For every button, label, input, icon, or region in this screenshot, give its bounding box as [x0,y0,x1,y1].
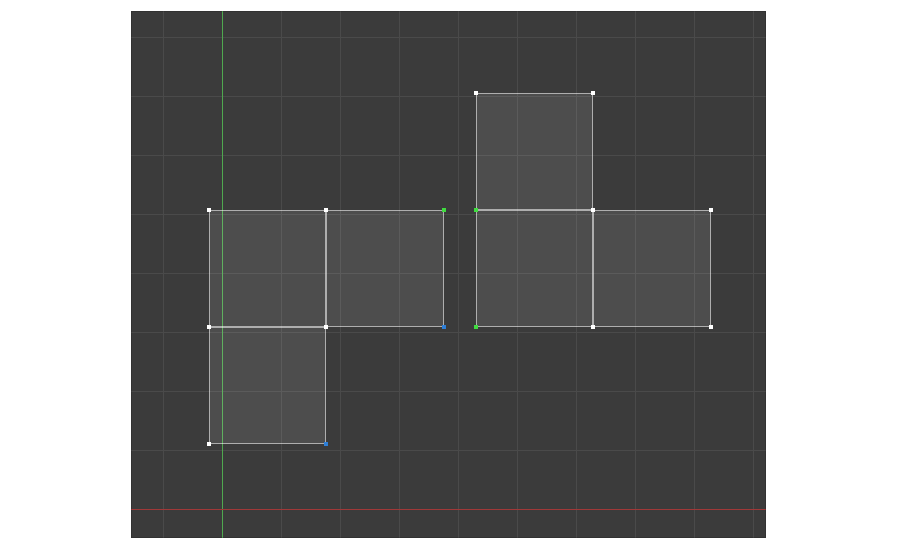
grid-line [458,11,459,538]
uv-vertex[interactable] [591,208,595,212]
uv-vertex[interactable] [442,325,446,329]
uv-vertex[interactable] [442,208,446,212]
axis-x [131,509,766,510]
uv-vertex[interactable] [324,208,328,212]
uv-vertex[interactable] [474,325,478,329]
uv-vertex[interactable] [324,325,328,329]
uv-vertex[interactable] [591,91,595,95]
uv-vertex[interactable] [474,91,478,95]
uv-vertex[interactable] [207,325,211,329]
uv-face[interactable] [209,327,326,444]
uv-face[interactable] [326,210,444,327]
uv-vertex[interactable] [709,208,713,212]
grid-line [163,11,164,538]
uv-vertex[interactable] [474,208,478,212]
grid-line [131,37,766,38]
uv-face[interactable] [593,210,711,327]
grid-line [753,11,754,538]
uv-vertex[interactable] [207,442,211,446]
uv-vertex[interactable] [324,442,328,446]
uv-editor-viewport[interactable] [131,11,766,538]
uv-vertex[interactable] [207,208,211,212]
uv-face[interactable] [476,93,593,210]
uv-vertex[interactable] [591,325,595,329]
uv-vertex[interactable] [709,325,713,329]
grid-line [131,96,766,97]
uv-face[interactable] [476,210,593,327]
grid-line [131,450,766,451]
uv-face[interactable] [209,210,326,327]
grid-line [131,155,766,156]
